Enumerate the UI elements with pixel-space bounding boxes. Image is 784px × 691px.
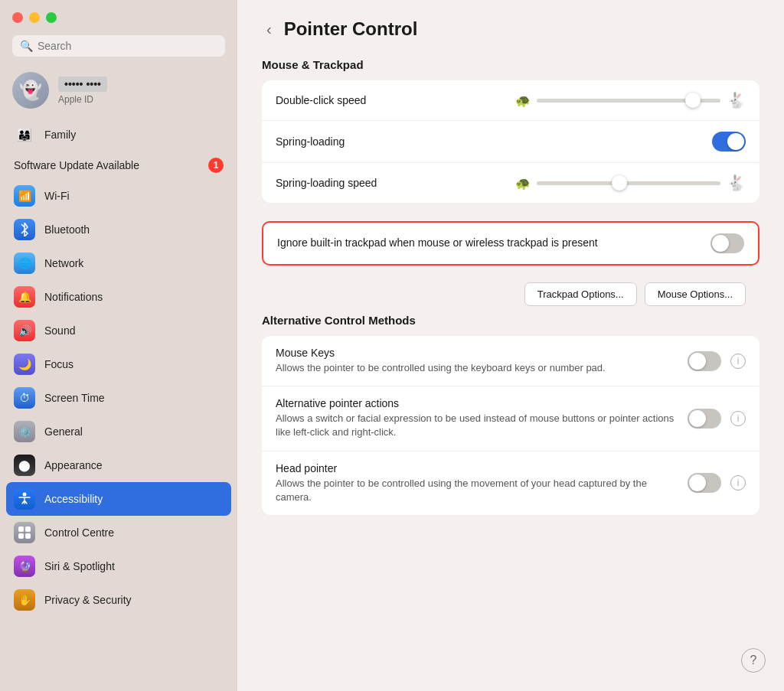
spring-loading-row: Spring-loading [262,121,760,163]
sidebar-item-label: Bluetooth [44,223,224,236]
appearance-icon: ⬤ [14,455,35,476]
update-badge: 1 [208,158,224,173]
spring-loading-toggle-knob [727,133,744,150]
sidebar-item-label: Wi-Fi [44,190,224,202]
sidebar-item-appearance[interactable]: ⬤ Appearance [6,448,231,482]
double-click-speed-row: Double-click speed 🐢 🐇 [262,80,760,121]
double-click-speed-label: Double-click speed [276,94,506,106]
sidebar-item-notifications[interactable]: 🔔 Notifications [6,280,231,314]
profile-info: ••••• •••• Apple ID [58,77,107,105]
mouse-keys-info-icon[interactable]: i [730,354,746,369]
sidebar-item-siri[interactable]: 🔮 Siri & Spotlight [6,549,231,583]
sidebar-item-privacy[interactable]: ✋ Privacy & Security [6,583,231,617]
sidebar-item-label: Appearance [44,459,224,471]
notifications-icon: 🔔 [14,286,35,308]
mouse-trackpad-section: Mouse & Trackpad Double-click speed 🐢 🐇 … [262,58,760,314]
sidebar-item-label: Screen Time [44,392,224,404]
turtle-icon-left-2: 🐢 [515,176,531,191]
sidebar-item-label: Control Centre [44,526,224,539]
mouse-options-button[interactable]: Mouse Options... [645,282,746,306]
titlebar [0,0,237,29]
spring-loading-slider-track[interactable] [537,181,720,185]
sidebar-item-control-centre[interactable]: Control Centre [6,516,231,549]
bluetooth-icon [14,219,35,240]
sidebar-item-family[interactable]: 👨‍👩‍👧 Family [6,118,231,152]
mouse-keys-row: Mouse Keys Allows the pointer to be cont… [262,336,760,386]
minimize-button[interactable] [29,12,40,23]
alt-pointer-row: Alternative pointer actions Allows a swi… [262,386,760,451]
ignore-trackpad-toggle-knob [712,235,729,252]
svg-rect-1 [18,526,24,532]
general-icon: ⚙️ [14,421,35,442]
trackpad-mouse-buttons: Trackpad Options... Mouse Options... [262,275,760,314]
focus-icon: 🌙 [14,354,35,375]
sidebar-item-screen-time[interactable]: ⏱ Screen Time [6,381,231,415]
network-icon: 🌐 [14,253,35,274]
mouse-trackpad-card: Double-click speed 🐢 🐇 Spring-loading [262,80,760,203]
sidebar-item-label: Focus [44,358,224,370]
main-content: ‹ Pointer Control Mouse & Trackpad Doubl… [237,0,784,691]
control-centre-icon [14,522,35,543]
sidebar-item-software-update[interactable]: Software Update Available 1 [6,152,231,179]
sidebar-item-bluetooth[interactable]: Bluetooth [6,213,231,246]
svg-rect-3 [18,533,24,539]
sidebar-item-label: Notifications [44,291,224,303]
search-input[interactable] [38,40,217,52]
software-update-label: Software Update Available [14,158,139,172]
maximize-button[interactable] [46,12,57,23]
head-pointer-sublabel: Allows the pointer to be controlled usin… [276,477,678,504]
family-icon: 👨‍👩‍👧 [14,124,35,145]
sidebar-item-focus[interactable]: 🌙 Focus [6,347,231,381]
sidebar-item-sound[interactable]: 🔊 Sound [6,314,231,347]
sidebar-item-label: General [44,425,224,438]
head-pointer-info-icon[interactable]: i [730,475,746,491]
rabbit-icon-right-2: 🐇 [727,174,746,192]
help-button[interactable]: ? [741,648,766,673]
ignore-trackpad-toggle[interactable] [710,233,744,253]
page-header: ‹ Pointer Control [262,18,760,40]
back-button[interactable]: ‹ [262,19,276,40]
alternative-control-card: Mouse Keys Allows the pointer to be cont… [262,336,760,515]
alt-pointer-toggle[interactable] [688,409,721,429]
mouse-keys-label: Mouse Keys [276,347,678,359]
spring-loading-speed-row: Spring-loading speed 🐢 🐇 [262,163,760,203]
sidebar: 🔍 👻 ••••• •••• Apple ID 👨‍👩‍👧 Family Sof… [0,0,237,691]
mouse-keys-toggle-knob [689,353,706,370]
sidebar-item-label: Network [44,257,224,269]
search-icon: 🔍 [20,40,33,52]
close-button[interactable] [12,12,23,23]
sidebar-item-general[interactable]: ⚙️ General [6,415,231,448]
accessibility-icon [14,488,35,510]
spring-loading-label: Spring-loading [276,135,703,148]
ignore-trackpad-row: Ignore built-in trackpad when mouse or w… [262,221,760,266]
sidebar-item-wifi[interactable]: 📶 Wi-Fi [6,179,231,213]
profile-section[interactable]: 👻 ••••• •••• Apple ID [0,66,237,118]
alternative-control-title: Alternative Control Methods [262,314,760,327]
spring-loading-speed-label: Spring-loading speed [276,177,506,189]
sidebar-item-accessibility[interactable]: Accessibility [6,482,231,516]
alt-pointer-info-icon[interactable]: i [730,411,746,426]
double-click-slider-track[interactable] [537,99,720,103]
sidebar-item-network[interactable]: 🌐 Network [6,246,231,280]
trackpad-options-button[interactable]: Trackpad Options... [524,282,637,306]
mouse-keys-toggle[interactable] [688,351,721,371]
head-pointer-row: Head pointer Allows the pointer to be co… [262,451,760,515]
spring-loading-toggle[interactable] [712,132,746,152]
search-bar[interactable]: 🔍 [12,35,225,57]
sidebar-list: 👨‍👩‍👧 Family Software Update Available 1… [0,118,237,691]
page-title: Pointer Control [284,18,418,40]
sidebar-item-label: Privacy & Security [44,594,224,606]
spring-loading-slider-thumb[interactable] [612,175,627,191]
wifi-icon: 📶 [14,185,35,207]
alt-pointer-label-wrap: Alternative pointer actions Allows a swi… [276,397,678,439]
screen-time-icon: ⏱ [14,387,35,409]
profile-subtitle: Apple ID [58,94,107,105]
sidebar-item-label: Accessibility [44,493,224,505]
sound-icon: 🔊 [14,320,35,341]
head-pointer-toggle[interactable] [688,473,721,493]
sidebar-item-label: Sound [44,324,224,337]
alt-pointer-label: Alternative pointer actions [276,397,678,409]
double-click-slider-thumb[interactable] [685,93,701,108]
head-pointer-label: Head pointer [276,462,678,474]
svg-rect-2 [25,526,31,532]
